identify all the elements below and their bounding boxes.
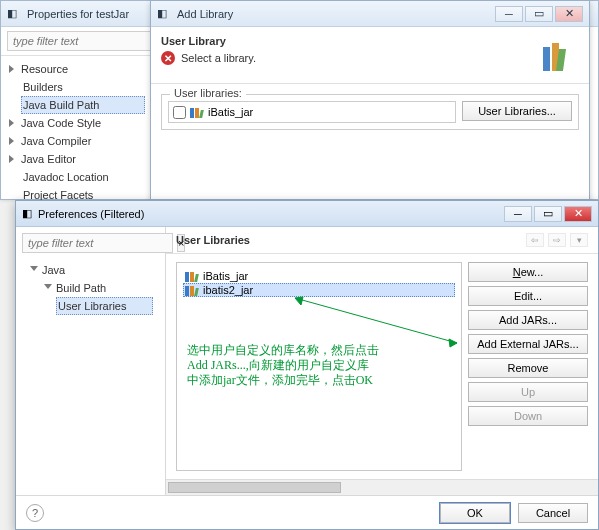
expand-icon[interactable] [9,155,18,164]
eclipse-icon: ◧ [7,7,21,21]
new-button[interactable]: NNew...ew... [468,262,588,282]
tree-item-java[interactable]: Java [28,261,153,279]
user-libraries-button[interactable]: User Libraries... [462,101,572,121]
collapse-icon[interactable] [44,284,53,293]
button-column: NNew...ew... Edit... Add JARs... Add Ext… [468,262,588,471]
horizontal-scrollbar[interactable] [166,479,598,495]
nav-forward-button[interactable]: ⇨ [548,233,566,247]
add-jars-button[interactable]: Add JARs... [468,310,588,330]
expand-icon[interactable] [9,137,18,146]
eclipse-icon: ◧ [22,207,32,220]
library-icon [539,35,579,75]
books-icon [185,284,199,296]
down-button[interactable]: Down [468,406,588,426]
properties-title: Properties for testJar [27,8,129,20]
tree-item-user-libraries[interactable]: User Libraries [56,297,153,315]
library-list[interactable]: iBatis_jar ibatis2_jar 选中用户自定义的库名称，然后点击 … [176,262,462,471]
filter-row: × [1,27,151,56]
tree-item-java-compiler[interactable]: Java Compiler [7,132,145,150]
preferences-tree: Java Build Path User Libraries [22,257,159,319]
preferences-window: ◧ Preferences (Filtered) ─ ▭ ✕ × Java Bu… [15,200,599,530]
svg-marker-5 [449,339,457,347]
svg-marker-4 [295,297,303,305]
books-icon [190,106,204,118]
scroll-thumb[interactable] [168,482,341,493]
tree-item-java-build-path[interactable]: Java Build Path [21,96,145,114]
nav-arrows: ⇦ ⇨ ▾ [526,233,588,247]
library-item-selected[interactable]: ibatis2_jar [183,283,455,297]
library-checklist[interactable]: iBatis_jar [168,101,456,123]
maximize-button[interactable]: ▭ [525,6,553,22]
remove-button[interactable]: Remove [468,358,588,378]
preferences-title: Preferences (Filtered) [38,208,144,220]
filter-input[interactable] [7,31,158,51]
preferences-sidebar: × Java Build Path User Libraries [16,227,166,495]
content-header: User Libraries ⇦ ⇨ ▾ [166,227,598,254]
annotation-text: 选中用户自定义的库名称，然后点击 Add JARs...,向新建的用户自定义库 … [187,343,379,388]
tree-item-javadoc-location[interactable]: Javadoc Location [21,168,145,186]
up-button[interactable]: Up [468,382,588,402]
library-item-label: iBatis_jar [208,106,253,118]
eclipse-icon: ◧ [157,7,171,21]
tree-item-resource[interactable]: Resource [7,60,145,78]
filter-input[interactable] [22,233,173,253]
expand-icon[interactable] [9,119,18,128]
properties-tree: Resource Builders Java Build Path Java C… [1,56,151,208]
group-label: User libraries: [170,87,246,99]
preferences-body: × Java Build Path User Libraries User Li… [16,227,598,495]
tree-item-java-editor[interactable]: Java Editor [7,150,145,168]
close-button[interactable]: ✕ [564,206,592,222]
maximize-button[interactable]: ▭ [534,206,562,222]
addlib-title: Add Library [177,8,233,20]
tree-item-builders[interactable]: Builders [21,78,145,96]
library-item[interactable]: iBatis_jar [183,269,455,283]
nav-back-button[interactable]: ⇦ [526,233,544,247]
help-button[interactable]: ? [26,504,44,522]
preferences-titlebar[interactable]: ◧ Preferences (Filtered) ─ ▭ ✕ [16,201,598,227]
content-body: iBatis_jar ibatis2_jar 选中用户自定义的库名称，然后点击 … [166,254,598,479]
close-button[interactable]: ✕ [555,6,583,22]
addlib-titlebar[interactable]: ◧ Add Library ─ ▭ ✕ [151,1,589,27]
minimize-button[interactable]: ─ [504,206,532,222]
library-label: ibatis2_jar [203,284,253,296]
nav-menu-button[interactable]: ▾ [570,233,588,247]
books-icon [185,270,199,282]
add-library-window: ◧ Add Library ─ ▭ ✕ User Library ✕ Selec… [150,0,590,200]
preferences-footer: ? OK Cancel [16,495,598,529]
header-message: Select a library. [181,52,256,64]
minimize-button[interactable]: ─ [495,6,523,22]
error-icon: ✕ [161,51,175,65]
addlib-header: User Library ✕ Select a library. [151,27,589,84]
svg-rect-0 [543,47,550,71]
library-label: iBatis_jar [203,270,248,282]
header-title: User Library [161,35,256,47]
add-external-jars-button[interactable]: Add External JARs... [468,334,588,354]
cancel-button[interactable]: Cancel [518,503,588,523]
preferences-content: User Libraries ⇦ ⇨ ▾ iBatis_jar ibatis2_… [166,227,598,495]
ok-button[interactable]: OK [440,503,510,523]
library-checkbox[interactable] [173,106,186,119]
window-buttons: ─ ▭ ✕ [504,206,592,222]
user-libraries-group: User libraries: iBatis_jar User Librarie… [161,94,579,130]
expand-icon[interactable] [9,65,18,74]
section-title: User Libraries [176,234,250,246]
tree-item-java-code-style[interactable]: Java Code Style [7,114,145,132]
collapse-icon[interactable] [30,266,39,275]
svg-line-3 [295,298,457,343]
addlib-body: User libraries: iBatis_jar User Librarie… [151,84,589,136]
edit-button[interactable]: Edit... [468,286,588,306]
window-buttons: ─ ▭ ✕ [495,6,583,22]
tree-item-build-path[interactable]: Build Path [42,279,153,297]
